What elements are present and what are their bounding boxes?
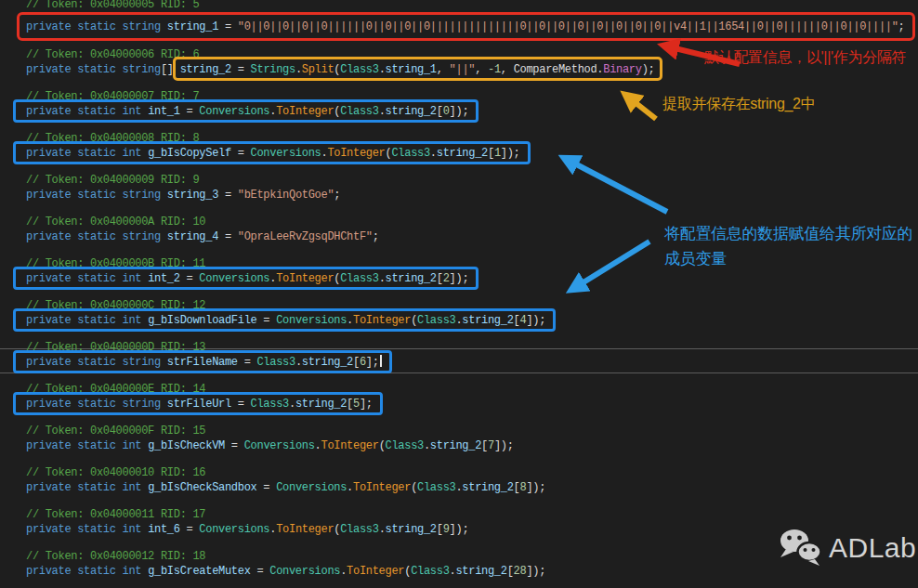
watermark: ADLab bbox=[777, 528, 916, 568]
code-line[interactable]: private static string string_4 = "OpraLe… bbox=[26, 229, 379, 244]
code-token: 2 bbox=[443, 272, 450, 285]
code-token: Conversions bbox=[244, 439, 315, 452]
comment-line[interactable]: // Token: 0x04000009 RID: 9 bbox=[26, 173, 199, 188]
code-token: CompareMethod bbox=[514, 63, 597, 76]
code-token: "0||0||0||0||0||||||0||0||0||0||||||||||… bbox=[238, 20, 898, 33]
code-token: -1 bbox=[488, 63, 501, 76]
code-token: ( bbox=[411, 314, 417, 327]
code-token: [ bbox=[507, 565, 514, 578]
code-token: g_bIsDownloadFile bbox=[148, 314, 256, 327]
code-line[interactable]: private static int int_1 = Conversions.T… bbox=[13, 99, 479, 123]
code-token: g_bIsCheckSandbox bbox=[148, 481, 256, 494]
code-token: . bbox=[379, 523, 386, 536]
code-token: ]); bbox=[450, 523, 469, 536]
code-token: 9 bbox=[443, 523, 450, 536]
code-token: . bbox=[315, 439, 321, 452]
code-token: ( bbox=[411, 481, 417, 494]
code-token: g_bIsCheckVM bbox=[148, 439, 225, 452]
code-token: string_4 bbox=[167, 230, 218, 243]
code-token: 6 bbox=[360, 356, 366, 369]
code-token: Split bbox=[302, 63, 334, 76]
annotation-assign-members-line2: 成员变量 bbox=[664, 246, 912, 271]
code-token: string_2 bbox=[386, 523, 437, 536]
code-token: Binary bbox=[603, 63, 641, 76]
code-area: // Token: 0x04000005 RID: 5private stati… bbox=[0, 0, 918, 588]
code-line[interactable]: private static int g_bIsCopySelf = Conve… bbox=[13, 141, 531, 164]
comment-line[interactable]: // Token: 0x04000012 RID: 18 bbox=[26, 549, 205, 564]
code-token: . bbox=[289, 398, 295, 411]
code-token: private static string bbox=[26, 356, 167, 369]
code-token: string_2 bbox=[302, 356, 353, 369]
code-line[interactable]: private static int g_bIsCreateMutex = Co… bbox=[26, 564, 545, 579]
code-token: = bbox=[218, 20, 238, 33]
code-token: [ bbox=[437, 272, 443, 285]
code-token: ]); bbox=[526, 565, 545, 578]
code-token: ]); bbox=[450, 272, 469, 285]
code-token: ToInteger bbox=[353, 314, 411, 327]
code-token: ToInteger bbox=[276, 523, 334, 536]
code-token: private static string bbox=[26, 63, 161, 76]
code-token: . bbox=[295, 356, 302, 369]
code-line[interactable]: private static string strFileName = Clas… bbox=[13, 350, 392, 373]
comment-line[interactable]: // Token: 0x04000005 RID: 5 bbox=[26, 0, 199, 12]
code-line[interactable]: private static int g_bIsDownloadFile = C… bbox=[13, 308, 556, 332]
code-token: Conversions bbox=[251, 147, 321, 160]
code-token: string_3 bbox=[167, 189, 218, 202]
code-token: = bbox=[180, 105, 200, 118]
code-token: = bbox=[256, 314, 276, 327]
code-token: Class3 bbox=[411, 565, 449, 578]
code-token: g_bIsCopySelf bbox=[148, 147, 231, 160]
code-token: . bbox=[379, 105, 386, 118]
code-token: ToInteger bbox=[353, 481, 411, 494]
comment-line[interactable]: // Token: 0x04000011 RID: 17 bbox=[26, 507, 205, 522]
decompiler-window: // Token: 0x04000005 RID: 5private stati… bbox=[0, 0, 918, 588]
code-line[interactable]: private static string strFileUrl = Class… bbox=[13, 392, 383, 415]
text-cursor bbox=[380, 355, 382, 367]
comment-line[interactable]: // Token: 0x0400000A RID: 10 bbox=[26, 215, 205, 229]
code-token: = bbox=[218, 189, 238, 202]
code-token: Class3 bbox=[391, 147, 429, 160]
watermark-label: ADLab bbox=[829, 532, 916, 564]
code-token: ; bbox=[898, 20, 905, 33]
code-line[interactable]: private static int int_2 = Conversions.T… bbox=[13, 267, 479, 290]
code-token: Conversions bbox=[269, 565, 340, 578]
code-token: 0 bbox=[443, 105, 450, 118]
code-token: , bbox=[501, 63, 514, 76]
code-token: private static string bbox=[26, 230, 167, 243]
comment-line[interactable]: // Token: 0x0400000F RID: 15 bbox=[26, 424, 205, 438]
code-token: string_2 bbox=[386, 272, 437, 285]
code-line[interactable]: private static int g_bIsCheckVM = Conver… bbox=[26, 438, 514, 453]
code-token: Conversions bbox=[199, 272, 269, 285]
code-token: Class3 bbox=[386, 439, 424, 452]
code-token: int_6 bbox=[148, 523, 180, 536]
code-token: string_2 bbox=[455, 565, 506, 578]
code-token: [ bbox=[353, 356, 360, 369]
code-token: "||" bbox=[450, 63, 476, 76]
code-line[interactable]: private static int int_6 = Conversions.T… bbox=[26, 522, 468, 537]
code-token: Class3 bbox=[417, 314, 455, 327]
code-token: . bbox=[295, 63, 302, 76]
code-token: strFileName bbox=[167, 356, 238, 369]
annotation-assign-members-line1: 将配置信息的数据赋值给其所对应的 bbox=[664, 221, 912, 246]
code-token: [ bbox=[437, 105, 443, 118]
code-token: string_2 bbox=[462, 314, 513, 327]
code-token: ]; bbox=[360, 398, 373, 411]
code-line[interactable]: private static string string_3 = "bEtpki… bbox=[26, 188, 340, 203]
code-line[interactable]: private static string[] string_2 = Strin… bbox=[26, 62, 655, 77]
code-token: string_2 bbox=[462, 481, 513, 494]
code-line[interactable]: private static int g_bIsCheckSandbox = C… bbox=[26, 480, 545, 495]
code-token: . bbox=[347, 481, 353, 494]
code-token: private static int bbox=[26, 481, 148, 494]
comment-line[interactable]: // Token: 0x04000010 RID: 16 bbox=[26, 465, 205, 480]
comment-line[interactable]: // Token: 0x04000006 RID: 6 bbox=[26, 47, 199, 62]
code-token: . bbox=[379, 63, 386, 76]
code-token: . bbox=[379, 272, 386, 285]
code-token: = bbox=[256, 481, 276, 494]
code-token: Class3 bbox=[417, 481, 455, 494]
annotation-extract-save: 提取并保存在string_2中 bbox=[662, 95, 815, 114]
code-line[interactable]: private static string string_1 = "0||0||… bbox=[17, 12, 915, 41]
annotation-assign-members: 将配置信息的数据赋值给其所对应的 成员变量 bbox=[664, 221, 912, 271]
wechat-icon bbox=[777, 528, 823, 568]
code-token: = bbox=[180, 523, 200, 536]
code-token: int_1 bbox=[148, 105, 180, 118]
